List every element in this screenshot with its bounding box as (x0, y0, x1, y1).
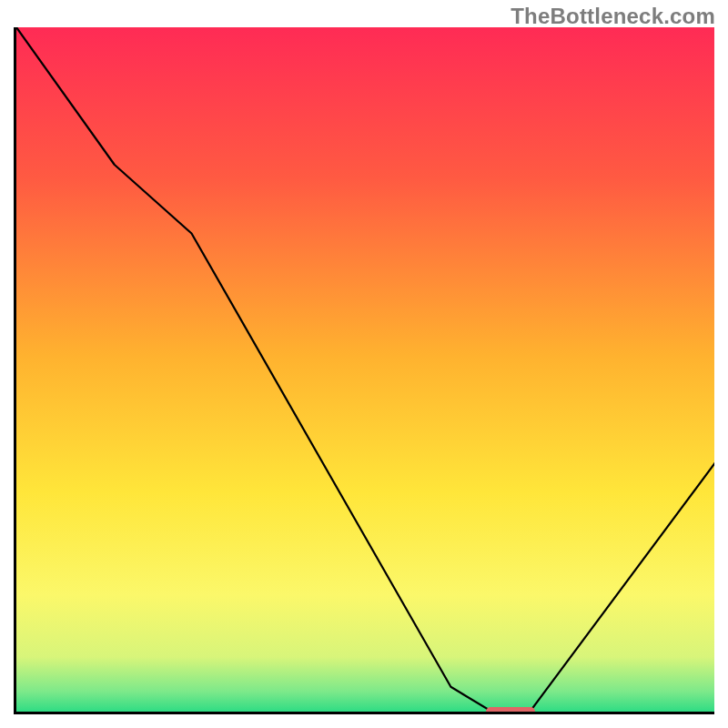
recommended-range-marker (486, 707, 535, 714)
chart-frame (14, 27, 714, 714)
watermark-text: TheBottleneck.com (511, 4, 715, 29)
line-series (16, 27, 714, 714)
plot-area (16, 27, 714, 712)
